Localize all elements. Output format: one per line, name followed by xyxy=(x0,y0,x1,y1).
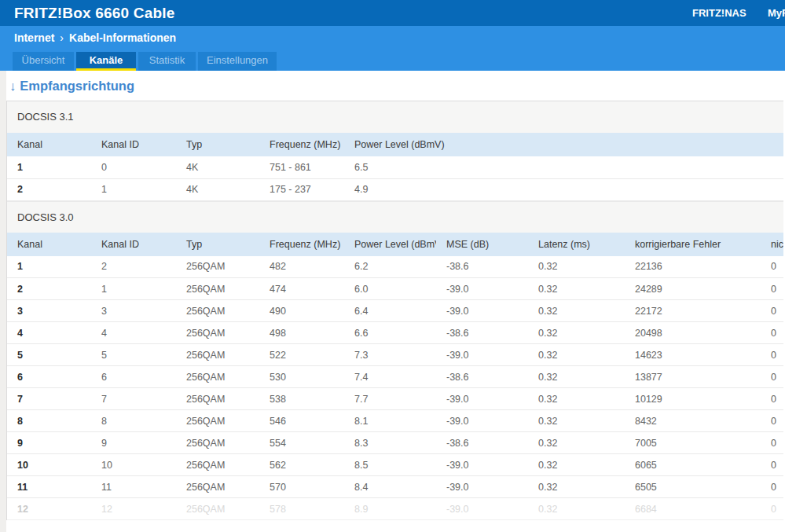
table-cell: 0.32 xyxy=(528,476,625,498)
table-cell: 7.7 xyxy=(344,388,436,410)
table-cell: 0 xyxy=(761,300,785,322)
table-cell: 530 xyxy=(259,366,344,388)
tab-bar: Übersicht Kanäle Statistik Einstellungen xyxy=(0,50,785,71)
table-cell: 0.32 xyxy=(528,498,625,520)
docsis30-group-header: DOCSIS 3.0 xyxy=(7,201,785,233)
table-cell: 0.32 xyxy=(528,344,625,366)
table-cell: 256QAM xyxy=(176,344,259,366)
table-cell: 498 xyxy=(259,322,344,344)
table-cell: 546 xyxy=(259,410,344,432)
table-cell: -39.0 xyxy=(436,300,528,322)
table-cell: 256QAM xyxy=(176,322,259,344)
section-heading-empfangsrichtung: ↓Empfangsrichtung xyxy=(0,71,785,101)
page-margin-strip xyxy=(0,71,6,532)
tab-kanaele[interactable]: Kanäle xyxy=(76,52,136,71)
table-cell: 256QAM xyxy=(176,498,259,520)
table-cell: 6.0 xyxy=(344,278,436,300)
table-cell: 0.32 xyxy=(528,454,625,476)
docsis31-table: KanalKanal IDTypFrequenz (MHz)Power Leve… xyxy=(7,133,785,201)
table-cell: 7.3 xyxy=(344,344,436,366)
table-cell: 6.5 xyxy=(344,156,785,178)
table-cell: 578 xyxy=(259,498,344,520)
breadcrumb-item-kabel-informationen[interactable]: Kabel-Informationen xyxy=(69,31,176,44)
table-cell: -39.0 xyxy=(436,454,528,476)
table-row: 21256QAM4746.0-39.00.32242890 xyxy=(7,278,785,300)
table-cell: 1 xyxy=(7,256,91,278)
table-cell: 6.2 xyxy=(344,256,436,278)
table-row: 1212256QAM5788.9-39.00.3266840 xyxy=(7,498,785,520)
table-cell: -39.0 xyxy=(436,476,528,498)
column-header: Frequenz (MHz) xyxy=(259,133,344,156)
tab-uebersicht[interactable]: Übersicht xyxy=(13,52,74,71)
column-header: korrigierbare Fehler xyxy=(625,233,761,256)
myfritz-link[interactable]: MyFRITZ! xyxy=(768,0,785,26)
section-heading-label: Empfangsrichtung xyxy=(20,79,134,93)
table-cell: 4K xyxy=(176,156,259,178)
table-cell: 10 xyxy=(7,454,91,476)
table-cell: 0.32 xyxy=(528,410,625,432)
table-cell: -38.6 xyxy=(436,322,528,344)
table-cell: 1 xyxy=(7,156,91,178)
top-header-bar: FRITZ!Box 6660 Cable FRITZ!NAS MyFRITZ! xyxy=(0,0,785,26)
table-cell: 0 xyxy=(761,432,785,454)
table-cell: 0.32 xyxy=(528,278,625,300)
table-cell: 482 xyxy=(259,256,344,278)
column-header: Typ xyxy=(176,133,259,156)
table-cell: 256QAM xyxy=(176,432,259,454)
table-cell: 554 xyxy=(259,432,344,454)
breadcrumb-item-internet[interactable]: Internet xyxy=(14,31,54,44)
table-cell: 2 xyxy=(7,178,91,200)
column-header: Kanal xyxy=(7,133,91,156)
table-cell: 7 xyxy=(91,388,176,410)
tab-statistik[interactable]: Statistik xyxy=(138,52,196,71)
table-row: 104K751 - 8616.5 xyxy=(7,156,785,178)
table-cell: 562 xyxy=(259,454,344,476)
table-cell: 6.6 xyxy=(344,322,436,344)
table-cell: 8.1 xyxy=(344,410,436,432)
tab-einstellungen[interactable]: Einstellungen xyxy=(198,52,277,71)
table-cell: 1 xyxy=(91,178,176,200)
table-cell: 522 xyxy=(259,344,344,366)
table-cell: 256QAM xyxy=(176,300,259,322)
table-cell: 256QAM xyxy=(176,256,259,278)
table-cell: 4 xyxy=(91,322,176,344)
table-row: 55256QAM5227.3-39.00.32146230 xyxy=(7,344,785,366)
docsis31-group-header: DOCSIS 3.1 xyxy=(7,101,785,133)
table-cell: 8.5 xyxy=(344,454,436,476)
table-cell: 11 xyxy=(7,476,91,498)
device-title: FRITZ!Box 6660 Cable xyxy=(14,0,175,26)
table-row: 77256QAM5387.7-39.00.32101290 xyxy=(7,388,785,410)
table-cell: 5 xyxy=(91,344,176,366)
table-cell: 0 xyxy=(761,322,785,344)
table-cell: 490 xyxy=(259,300,344,322)
table-cell: 8 xyxy=(91,410,176,432)
table-row: 99256QAM5548.3-38.60.3270050 xyxy=(7,432,785,454)
table-cell: 0 xyxy=(761,498,785,520)
column-header: Latenz (ms) xyxy=(528,233,625,256)
column-header: Power Level (dBmV) xyxy=(344,133,785,156)
docsis30-table: KanalKanal IDTypFrequenz (MHz)Power Leve… xyxy=(7,233,785,521)
breadcrumb: Internet›Kabel-Informationen xyxy=(0,26,785,50)
table-row: 33256QAM4906.4-39.00.32221720 xyxy=(7,300,785,322)
table-cell: 175 - 237 xyxy=(259,178,344,200)
table-cell: 0 xyxy=(91,156,176,178)
table-cell: 22172 xyxy=(625,300,761,322)
table-cell: 256QAM xyxy=(176,410,259,432)
table-cell: 2 xyxy=(7,278,91,300)
channels-card: DOCSIS 3.1 KanalKanal IDTypFrequenz (MHz… xyxy=(6,101,785,520)
table-cell: 5 xyxy=(7,344,91,366)
table-cell: 7005 xyxy=(625,432,761,454)
table-row: 12256QAM4826.2-38.60.32221360 xyxy=(7,256,785,278)
fritznas-link[interactable]: FRITZ!NAS xyxy=(692,0,746,26)
table-cell: -39.0 xyxy=(436,344,528,366)
table-cell: -38.6 xyxy=(436,432,528,454)
table-cell: 8.9 xyxy=(344,498,436,520)
table-cell: 570 xyxy=(259,476,344,498)
table-cell: 0 xyxy=(761,454,785,476)
table-cell: 2 xyxy=(91,256,176,278)
table-cell: 1 xyxy=(91,278,176,300)
table-cell: 6 xyxy=(91,366,176,388)
column-header: Kanal ID xyxy=(91,233,176,256)
column-header: Kanal ID xyxy=(91,133,176,156)
column-header: nicht korrigierbare Fehler xyxy=(761,233,785,256)
